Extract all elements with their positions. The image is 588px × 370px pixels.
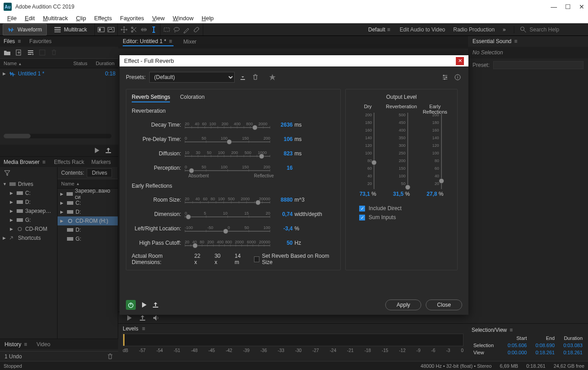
info-icon[interactable]: i	[453, 73, 462, 82]
slider-track[interactable]	[185, 141, 270, 142]
vslider-thumb[interactable]	[405, 185, 410, 190]
tab-coloration[interactable]: Coloration	[180, 94, 205, 102]
window-minimize-button[interactable]: —	[551, 3, 557, 10]
hamburger-icon[interactable]	[514, 38, 519, 44]
menu-file[interactable]: File	[4, 14, 20, 22]
menu-view[interactable]: View	[148, 14, 168, 22]
scrollbar-horizontal[interactable]	[4, 134, 111, 138]
include-direct-checkbox[interactable]: ✓	[359, 206, 365, 211]
history-tab[interactable]: History	[4, 341, 28, 348]
settings-icon[interactable]	[441, 73, 450, 82]
list-item[interactable]: ▶Зарезер..вано си	[58, 189, 118, 198]
vslider-value[interactable]: 73,1 %	[352, 191, 383, 197]
markers-tab[interactable]: Markers	[91, 159, 111, 165]
new-file-icon[interactable]	[15, 49, 22, 56]
view-start[interactable]: 0:00.000	[501, 349, 529, 356]
col-name[interactable]: Name	[61, 181, 74, 186]
tree-item-cdrom[interactable]: ▶CD-ROM	[0, 225, 57, 233]
vslider-thumb[interactable]	[371, 160, 377, 165]
menu-multitrack[interactable]: Multitrack	[39, 14, 71, 22]
slider-thumb[interactable]	[186, 214, 191, 220]
vslider-value[interactable]: 27,8 %	[419, 191, 451, 197]
menu-clip[interactable]: Clip	[72, 14, 89, 22]
loop-icon[interactable]	[139, 314, 146, 322]
waveform-mode-button[interactable]: Waveform	[3, 24, 47, 35]
video-tab[interactable]: Video	[36, 341, 50, 348]
essential-sound-tab[interactable]: Essential Sound	[472, 38, 512, 44]
vslider-value[interactable]: 31,5 %	[386, 191, 417, 197]
slip-tool-icon[interactable]	[140, 26, 147, 33]
open-file-icon[interactable]	[4, 49, 11, 56]
slider-thumb[interactable]	[223, 229, 228, 234]
set-reverb-checkbox[interactable]	[254, 256, 259, 262]
workspace-editvideo-button[interactable]: Edit Audio to Video	[400, 26, 445, 33]
view-end[interactable]: 0:18.261	[529, 349, 557, 356]
hamburger-icon[interactable]	[142, 326, 147, 332]
save-preset-icon[interactable]	[238, 73, 247, 82]
slider-value[interactable]: 823	[270, 150, 293, 157]
power-button[interactable]	[126, 300, 136, 310]
col-name[interactable]: Name ▲	[4, 61, 73, 66]
selection-end[interactable]: 0:08.690	[529, 342, 557, 349]
media-browser-tab[interactable]: Media Browser	[4, 159, 47, 165]
favorite-icon[interactable]	[268, 73, 277, 82]
tree-item-drives[interactable]: ▼Drives	[0, 180, 57, 189]
file-row[interactable]: ▶ Untitled 1 * 0:18	[0, 69, 118, 78]
list-item-selected[interactable]: ▶CD-ROM (H:)	[58, 216, 118, 225]
list-item[interactable]: ▶G:	[58, 234, 118, 243]
menu-window[interactable]: Window	[169, 14, 197, 22]
workspace-radio-button[interactable]: Radio Production	[453, 26, 494, 33]
vslider-track[interactable]	[374, 113, 374, 189]
col-duration[interactable]: Duration	[96, 61, 115, 66]
slider-value[interactable]: 16	[270, 165, 293, 171]
sum-inputs-checkbox[interactable]: ✓	[359, 215, 365, 220]
selection-duration[interactable]: 0:03.083	[557, 342, 584, 349]
delete-preset-icon[interactable]	[251, 73, 260, 82]
favorites-tab[interactable]: Favorites	[29, 38, 51, 44]
close-button[interactable]: Close	[426, 300, 462, 310]
slider-value[interactable]: -3,4	[270, 225, 293, 232]
slider-value[interactable]: 2636	[270, 122, 293, 128]
volume-icon[interactable]	[152, 314, 160, 322]
brush-tool-icon[interactable]	[183, 26, 190, 33]
window-maximize-button[interactable]: ☐	[565, 3, 571, 10]
window-close-button[interactable]: ✕	[579, 3, 584, 10]
slider-track[interactable]	[185, 170, 270, 171]
dialog-titlebar[interactable]: Effect - Full Reverb ✕	[120, 55, 468, 66]
hamburger-icon[interactable]	[510, 327, 514, 333]
time-selection-tool-icon[interactable]	[150, 26, 157, 33]
slider-track[interactable]	[185, 231, 270, 232]
slider-thumb[interactable]	[227, 139, 232, 145]
slider-value[interactable]: 8880	[270, 197, 293, 203]
editor-tab[interactable]: Editor: Untitled 1 *	[123, 38, 174, 46]
contents-value[interactable]: Drives	[87, 168, 112, 177]
insert-file-icon[interactable]	[27, 49, 34, 56]
razor-tool-icon[interactable]	[130, 26, 138, 33]
preview-play-icon[interactable]	[140, 301, 147, 308]
slider-value[interactable]: 0,74	[270, 211, 293, 217]
tab-reverb-settings[interactable]: Reverb Settings	[132, 94, 170, 102]
slider-thumb[interactable]	[255, 200, 261, 205]
workspace-overflow-button[interactable]: »	[503, 26, 506, 33]
trash-icon[interactable]	[107, 353, 114, 360]
spectral-icon[interactable]	[107, 26, 115, 33]
marquee-tool-icon[interactable]	[163, 26, 170, 33]
view-duration[interactable]: 0:18.261	[557, 349, 584, 356]
menu-help[interactable]: Help	[198, 14, 218, 22]
vslider-thumb[interactable]	[439, 178, 444, 184]
lasso-tool-icon[interactable]	[173, 26, 180, 33]
menu-edit[interactable]: Edit	[21, 14, 38, 22]
col-status[interactable]: Status	[73, 61, 96, 66]
multitrack-mode-button[interactable]: Multitrack	[49, 24, 91, 35]
tree-item-c[interactable]: ▶C:	[0, 189, 57, 198]
slider-track[interactable]	[185, 216, 270, 217]
slider-thumb[interactable]	[259, 154, 264, 159]
list-item[interactable]: ▶D:	[58, 207, 118, 216]
selection-start[interactable]: 0:05.606	[501, 342, 529, 349]
move-tool-icon[interactable]	[120, 26, 128, 33]
effects-rack-tab[interactable]: Effects Rack	[54, 159, 84, 165]
slider-value[interactable]: 106	[270, 136, 293, 142]
filter-icon[interactable]	[4, 169, 11, 176]
export-effect-icon[interactable]	[152, 301, 159, 308]
play-button-icon[interactable]	[125, 314, 133, 322]
